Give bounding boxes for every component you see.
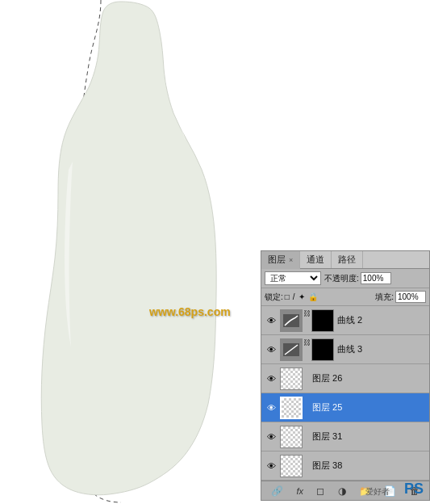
ps-text: PS (404, 481, 424, 497)
eye-icon-31[interactable]: 👁 (265, 430, 278, 443)
layer-name-31: 图层 31 (312, 430, 426, 443)
tab-paths[interactable]: 路径 (332, 251, 363, 268)
panel-tabs: 图层 × 通道 路径 (261, 251, 429, 269)
lock-row: 锁定: □ / ✦ 🔒 填充: (261, 288, 429, 306)
tab-layers-label: 图层 (268, 254, 286, 266)
layer-thumb-curve3 (280, 338, 303, 361)
layer-row-25[interactable]: 👁 图层 25 (261, 393, 429, 422)
layer-name-25: 图层 25 (312, 401, 426, 414)
layer-thumb-curve2 (280, 309, 303, 332)
layer-row-31[interactable]: 👁 图层 31 (261, 422, 429, 452)
layer-row-38[interactable]: 👁 图层 38 (261, 452, 429, 481)
opacity-label: 不透明度: (324, 273, 359, 284)
link-layers-icon[interactable]: 🔗 (268, 484, 286, 498)
layer-row-curve2[interactable]: 👁 ⛓ 曲线 2 (261, 306, 429, 335)
thumb-pair-31 (280, 426, 306, 448)
eye-icon-26[interactable]: 👁 (265, 372, 278, 385)
link-icon-curve3: ⛓ (303, 338, 311, 361)
layer-thumb-25 (280, 397, 303, 419)
tab-channels-label: 通道 (307, 254, 324, 266)
fill-label: 填充: (375, 292, 394, 303)
fx-icon[interactable]: fx (294, 485, 307, 498)
eye-icon-curve3[interactable]: 👁 (265, 343, 278, 356)
watermark: www.68ps.com (149, 305, 231, 318)
layer-name-curve2: 曲线 2 (337, 314, 426, 326)
layer-thumb-26 (280, 368, 303, 390)
tab-channels[interactable]: 通道 (300, 251, 332, 268)
layer-mask-curve3 (311, 338, 334, 361)
eye-icon-38[interactable]: 👁 (265, 460, 278, 472)
opacity-input[interactable] (361, 272, 391, 284)
tab-paths-label: 路径 (338, 254, 356, 266)
layer-thumb-31 (280, 426, 303, 448)
thumb-pair-26 (280, 368, 306, 390)
layer-mask-curve2 (311, 309, 334, 332)
lock-label: 锁定: (265, 292, 283, 303)
eye-icon-25[interactable]: 👁 (265, 401, 278, 414)
ps-brand: PS (404, 481, 424, 498)
lock-icon-move[interactable]: / (293, 292, 295, 301)
new-adjustment-icon[interactable]: ◑ (335, 484, 349, 498)
lock-icon-all[interactable]: 🔒 (308, 292, 318, 301)
layer-row-26[interactable]: 👁 图层 26 (261, 364, 429, 393)
layer-name-26: 图层 26 (312, 372, 426, 384)
blend-mode-select[interactable]: 正常 (265, 271, 321, 285)
thumb-pair-38 (280, 455, 306, 477)
thumb-pair-25 (280, 397, 306, 419)
bottle-container (24, 0, 290, 504)
thumb-pair-curve2: ⛓ (280, 309, 334, 332)
lock-icon-art[interactable]: ✦ (298, 292, 305, 301)
fill-input[interactable] (395, 291, 426, 303)
lock-icon-pixel[interactable]: □ (285, 292, 290, 301)
tab-layers-close[interactable]: × (289, 256, 293, 264)
blend-mode-row: 正常 不透明度: (261, 269, 429, 288)
layer-name-curve3: 曲线 3 (337, 343, 426, 355)
tab-layers[interactable]: 图层 × (261, 251, 300, 269)
layer-thumb-38 (280, 455, 303, 477)
layers-panel: 图层 × 通道 路径 正常 不透明度: 锁定: □ / ✦ 🔒 填充: 👁 (261, 250, 430, 501)
ps-subtitle: 爱好者 (365, 486, 390, 498)
layer-name-38: 图层 38 (312, 460, 426, 472)
thumb-pair-curve3: ⛓ (280, 338, 334, 361)
layer-row-curve3[interactable]: 👁 ⛓ 曲线 3 (261, 335, 429, 364)
eye-icon-curve2[interactable]: 👁 (265, 314, 278, 327)
link-icon-curve2: ⛓ (303, 309, 311, 332)
bottle-svg (24, 0, 290, 504)
add-mask-icon[interactable]: ◻ (313, 484, 328, 498)
